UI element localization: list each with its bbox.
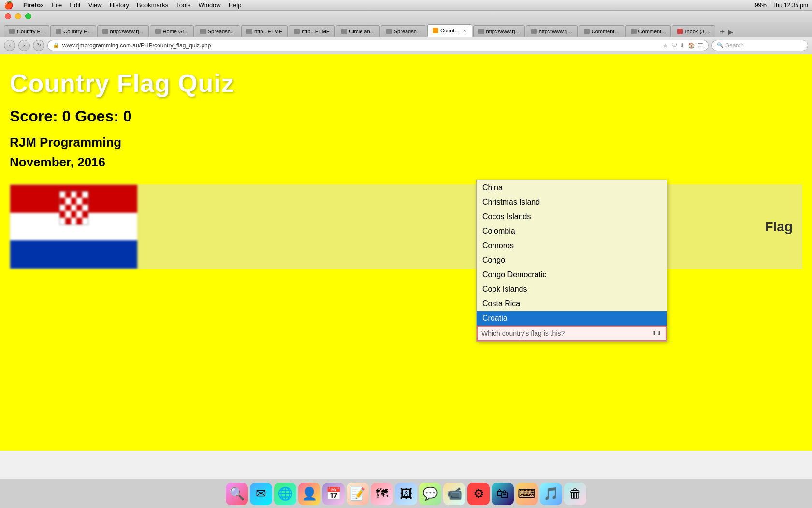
dock-icon-notes[interactable]: 📝	[347, 483, 369, 505]
tab-new-button[interactable]: ＋	[718, 27, 726, 37]
tab-favicon-9	[433, 28, 438, 33]
tab-favicon-5	[246, 29, 252, 34]
menu-window[interactable]: Window	[199, 1, 221, 9]
battery-status: 99%	[755, 2, 767, 9]
menu-history[interactable]: History	[110, 1, 129, 9]
tab-4[interactable]: Spreadsh...	[195, 25, 240, 37]
dock-icon-messages[interactable]: 💬	[419, 483, 441, 505]
search-bar[interactable]: 🔍 Search	[711, 40, 808, 51]
dock-icon-calendar[interactable]: 📅	[322, 483, 345, 505]
flag-label-area: Flag	[138, 184, 802, 269]
country-dropdown[interactable]: China Christmas Island Cocos Islands Col…	[476, 180, 667, 342]
tab-10[interactable]: http://www.rj...	[473, 25, 525, 37]
tab-label-11: http://www.rj...	[539, 29, 572, 34]
dock: 🔍 ✉ 🌐 👤 📅 📝 🗺 🖼 💬 📹 ⚙ 🛍 ⌨ 🎵 🗑	[0, 479, 812, 508]
score-line: Score: 0 Goes: 0	[10, 107, 802, 125]
dropdown-item-congo-democratic[interactable]: Congo Democratic	[477, 268, 667, 282]
tab-label-13: Comment...	[638, 29, 666, 34]
flag-white-stripe	[10, 213, 137, 241]
dropdown-item-croatia[interactable]: Croatia	[477, 311, 667, 326]
dropdown-select-box[interactable]: Which country's flag is this? ⬆⬇	[477, 326, 667, 341]
tab-8[interactable]: Spreadsh...	[381, 25, 426, 37]
dock-icon-finder[interactable]: 🔍	[226, 483, 248, 505]
dock-icon-photos[interactable]: 🖼	[395, 483, 417, 505]
reload-button[interactable]: ↻	[33, 40, 44, 51]
dropdown-item-comoros[interactable]: Comoros	[477, 239, 667, 253]
dock-icon-terminal[interactable]: ⌨	[516, 483, 538, 505]
url-bar[interactable]: 🔒 www.rjmprogramming.com.au/PHP/country_…	[47, 40, 709, 51]
menu-view[interactable]: View	[88, 1, 102, 9]
nav-bar: ‹ › ↻ 🔒 www.rjmprogramming.com.au/PHP/co…	[0, 37, 812, 54]
menu-help[interactable]: Help	[229, 1, 242, 9]
menu-icon[interactable]: ☰	[698, 42, 703, 49]
dock-icon-settings[interactable]: ⚙	[467, 483, 490, 505]
tab-3[interactable]: Home Gr...	[150, 25, 194, 37]
tab-11[interactable]: http://www.rj...	[526, 25, 578, 37]
dropdown-placeholder: Which country's flag is this?	[481, 329, 565, 337]
dock-icon-maps[interactable]: 🗺	[371, 483, 393, 505]
menu-edit[interactable]: Edit	[70, 1, 80, 9]
tab-label-8: Spreadsh...	[394, 29, 421, 34]
tab-7[interactable]: Circle an...	[336, 25, 380, 37]
home-icon[interactable]: 🏠	[688, 42, 695, 49]
forward-button[interactable]: ›	[18, 40, 30, 51]
dock-icon-safari[interactable]: 🌐	[274, 483, 296, 505]
apple-menu[interactable]: 🍎	[4, 0, 14, 10]
tab-6[interactable]: http...ETME	[289, 25, 335, 37]
tab-favicon-13	[631, 29, 637, 34]
tab-close-9[interactable]: ✕	[463, 28, 467, 33]
search-placeholder: Search	[725, 42, 744, 49]
dropdown-item-cook-islands[interactable]: Cook Islands	[477, 282, 667, 297]
mac-menubar: 🍎 Firefox File Edit View History Bookmar…	[0, 0, 812, 11]
tab-0[interactable]: Country F...	[4, 25, 49, 37]
dropdown-item-china[interactable]: China	[477, 180, 667, 195]
tab-14[interactable]: Inbox (3,...	[672, 25, 715, 37]
lock-icon: 🔒	[53, 42, 59, 48]
tab-label-7: Circle an...	[349, 29, 375, 34]
tab-1[interactable]: Country F...	[50, 25, 96, 37]
dock-icon-music[interactable]: 🎵	[540, 483, 562, 505]
minimize-button[interactable]	[15, 13, 21, 19]
flag-label: Flag	[765, 219, 793, 235]
dock-icon-trash[interactable]: 🗑	[564, 483, 586, 505]
tab-5[interactable]: http...ETME	[241, 25, 288, 37]
bookmark-star[interactable]: ★	[662, 42, 668, 49]
tab-2[interactable]: http://www.rj...	[97, 25, 149, 37]
tab-label-1: Country F...	[63, 29, 90, 34]
dock-icon-appstore[interactable]: 🛍	[492, 483, 514, 505]
tab-favicon-0	[9, 29, 15, 34]
download-icon[interactable]: ⬇	[680, 42, 685, 49]
dropdown-item-cocos-islands[interactable]: Cocos Islands	[477, 209, 667, 224]
back-button[interactable]: ‹	[4, 40, 15, 51]
tab-9[interactable]: Count... ✕	[427, 24, 472, 37]
menu-firefox[interactable]: Firefox	[23, 1, 44, 9]
fullscreen-button[interactable]	[25, 13, 31, 19]
coat-of-arms	[57, 191, 91, 235]
tab-label-3: Home Gr...	[163, 29, 188, 34]
croatia-flag	[10, 185, 137, 269]
menu-file[interactable]: File	[52, 1, 62, 9]
tab-favicon-1	[56, 29, 61, 34]
menu-bookmarks[interactable]: Bookmarks	[137, 1, 168, 9]
flag-image	[10, 184, 138, 269]
dock-icon-mail[interactable]: ✉	[250, 483, 272, 505]
close-button[interactable]	[5, 13, 11, 19]
tab-bar: Country F... Country F... http://www.rj.…	[0, 22, 812, 37]
menu-tools[interactable]: Tools	[176, 1, 190, 9]
page-content: Country Flag Quiz Score: 0 Goes: 0 RJM P…	[0, 54, 812, 451]
flag-section: Flag	[10, 184, 802, 269]
dropdown-list[interactable]: China Christmas Island Cocos Islands Col…	[477, 180, 667, 326]
dropdown-item-congo[interactable]: Congo	[477, 253, 667, 268]
dropdown-item-christmas-island[interactable]: Christmas Island	[477, 195, 667, 209]
tab-12[interactable]: Comment...	[579, 25, 624, 37]
tab-13[interactable]: Comment...	[625, 25, 671, 37]
dock-icon-contacts[interactable]: 👤	[298, 483, 320, 505]
dock-icon-facetime[interactable]: 📹	[443, 483, 465, 505]
dropdown-item-colombia[interactable]: Colombia	[477, 224, 667, 239]
tab-scroll-right[interactable]: ▶	[728, 28, 733, 36]
tab-favicon-4	[200, 29, 206, 34]
dropdown-item-costa-rica[interactable]: Costa Rica	[477, 297, 667, 311]
coat-shield	[59, 191, 88, 225]
search-icon: 🔍	[717, 42, 724, 48]
browser-chrome	[0, 11, 812, 22]
